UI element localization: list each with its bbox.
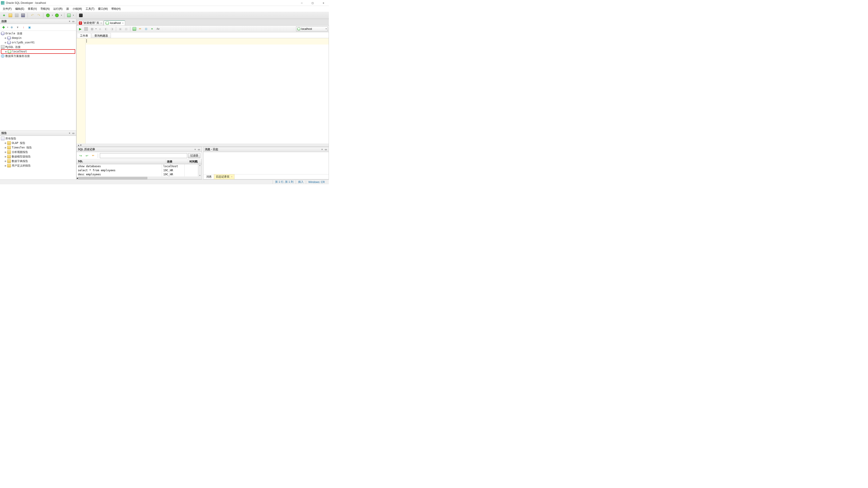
connections-tree: Oracle 连接 ⊞ deepin ⊞ orclpdb_user01: [0, 31, 76, 130]
expand-icon[interactable]: ⊞: [4, 155, 7, 158]
history-row[interactable]: desc employees 19C_HR: [76, 172, 198, 177]
expand-icon[interactable]: ⊞: [4, 37, 7, 39]
expand-icon[interactable]: ⊞: [4, 41, 7, 44]
menu-help[interactable]: 帮助(H): [110, 6, 122, 12]
refresh-button[interactable]: ⊕: [9, 25, 14, 30]
history-filter-button[interactable]: 过滤器: [188, 153, 200, 158]
dbms-output-button[interactable]: ⊡: [144, 26, 149, 32]
status-position: 第 1 行, 第 1 列: [273, 180, 296, 184]
col-connection[interactable]: 连接: [165, 159, 188, 164]
tree-cloud-connections[interactable]: 数据库方案服务连接: [1, 54, 75, 58]
history-clear-button[interactable]: ✎: [91, 153, 96, 158]
expand-icon[interactable]: ⊞: [4, 50, 7, 53]
run-statement-button[interactable]: ▶: [78, 26, 83, 32]
nav-forward-button[interactable]: [54, 13, 60, 18]
close-button[interactable]: ✕: [321, 1, 326, 5]
history-toolbar: ↪ ↩ ✎ 过滤器: [76, 152, 202, 159]
clear-button[interactable]: ✎: [137, 26, 143, 32]
autotrace-button[interactable]: ⎌: [97, 26, 103, 32]
tab-close-icon[interactable]: ×: [100, 22, 102, 24]
sql-editor[interactable]: [76, 38, 329, 144]
tab-close-icon[interactable]: ×: [122, 22, 124, 24]
menu-view[interactable]: 查看(V): [26, 6, 39, 12]
menu-source[interactable]: 源: [64, 6, 71, 12]
messages-tabs: 消息 日志记录页 ×: [204, 174, 329, 179]
expand-icon[interactable]: ⊞: [4, 146, 7, 149]
tab-welcome[interactable]: O "欢迎使用" 页 ×: [77, 20, 103, 25]
tree-oracle-connections[interactable]: Oracle 连接: [1, 31, 75, 36]
history-replace-button[interactable]: ↩: [84, 153, 90, 158]
completion-button[interactable]: Aa: [155, 26, 161, 32]
new-connection-button[interactable]: ✚: [1, 25, 6, 30]
save-all-button[interactable]: [20, 13, 26, 18]
panel-close-icon[interactable]: ×: [193, 148, 197, 151]
expand-icon[interactable]: ⊞: [4, 142, 7, 144]
tns-button[interactable]: ↕: [21, 25, 26, 30]
find-button[interactable]: [78, 13, 84, 18]
resize-handle[interactable]: ▲▼: [76, 144, 329, 147]
history-row[interactable]: select * from employees 19C_HR: [76, 168, 198, 172]
expand-icon[interactable]: ⊞: [4, 164, 7, 167]
reports-item[interactable]: ⊞ 数据字典报告: [1, 159, 75, 163]
reports-item[interactable]: ⊞ TimesTen 报告: [1, 145, 75, 150]
nav-back-dropdown[interactable]: ▾: [52, 13, 53, 18]
new-connection-dropdown[interactable]: ▾: [7, 25, 8, 30]
query-builder-tab[interactable]: 查询构建器: [91, 33, 111, 38]
menu-file[interactable]: 文件(F): [1, 6, 13, 12]
tab-localhost[interactable]: localhost ×: [104, 20, 125, 25]
folder-button[interactable]: ▣: [27, 25, 32, 30]
worksheet-tab[interactable]: 工作表: [77, 33, 91, 38]
expand-icon[interactable]: ⊞: [4, 160, 7, 162]
panel-minimize-icon[interactable]: ▭: [71, 132, 75, 135]
connection-dropdown[interactable]: localhost ▾: [296, 26, 328, 31]
explain-dropdown[interactable]: ▾: [95, 26, 97, 32]
tree-item-deepin[interactable]: ⊞ deepin: [1, 36, 75, 40]
nav-forward-dropdown[interactable]: ▾: [61, 13, 62, 18]
history-row[interactable]: show databases localhost: [76, 164, 198, 168]
history-append-button[interactable]: ↪: [78, 153, 83, 158]
tab-close-icon[interactable]: ×: [231, 176, 232, 178]
sql-recall-button[interactable]: [132, 26, 137, 32]
panel-close-icon[interactable]: ×: [320, 148, 324, 151]
expand-icon[interactable]: ⊞: [4, 151, 7, 153]
sql-worksheet-button[interactable]: [66, 13, 71, 18]
messages-header: 消息 - 日志 × ▭: [204, 147, 329, 152]
new-button[interactable]: ✦: [1, 13, 7, 18]
reports-item[interactable]: ⊞ OLAP 报告: [1, 141, 75, 145]
menu-navigate[interactable]: 导航(N): [39, 6, 52, 12]
nav-back-button[interactable]: [45, 13, 51, 18]
maximize-button[interactable]: □: [310, 1, 315, 5]
sql-worksheet-dropdown[interactable]: ▾: [72, 13, 74, 18]
tree-item-orclpdb[interactable]: ⊞ orclpdb_user01: [1, 40, 75, 45]
reports-item[interactable]: ⊞ 分析视图报告: [1, 150, 75, 154]
tree-mysql-connections[interactable]: MySQL 连接: [1, 45, 75, 49]
reports-item[interactable]: ⊞ 用户定义的报告: [1, 163, 75, 168]
col-sql[interactable]: SQL: [76, 159, 165, 164]
main-toolbar: ✦ ↶ ↷ ▾ ▾ ▾: [0, 12, 329, 19]
editor-body[interactable]: [86, 44, 329, 144]
panel-minimize-icon[interactable]: ▭: [71, 20, 75, 23]
tree-item-localhost[interactable]: ⊞ localhost: [1, 49, 75, 54]
menu-window[interactable]: 窗口(W): [96, 6, 110, 12]
tab-messages[interactable]: 消息: [205, 175, 213, 179]
reports-root[interactable]: 所有报告: [1, 136, 75, 141]
menu-edit[interactable]: 编辑(E): [13, 6, 26, 12]
panel-close-icon[interactable]: ×: [68, 132, 71, 135]
open-button[interactable]: [8, 13, 13, 18]
history-filter-input[interactable]: [100, 153, 187, 158]
tab-log[interactable]: 日志记录页 ×: [214, 174, 235, 179]
owa-output-button[interactable]: ✦: [149, 26, 155, 32]
horizontal-scrollbar[interactable]: ◂: [76, 177, 202, 179]
menu-team[interactable]: 小组(M): [71, 6, 84, 12]
col-timestamp[interactable]: 时间戳: [188, 159, 202, 164]
vertical-scrollbar[interactable]: ▴▾: [198, 164, 202, 177]
explain-plan-button[interactable]: ▤: [89, 26, 95, 32]
menu-tools[interactable]: 工具(T): [84, 6, 96, 12]
panel-close-icon[interactable]: ×: [68, 20, 71, 23]
panel-minimize-icon[interactable]: ▭: [324, 148, 327, 151]
minimize-button[interactable]: —: [299, 1, 305, 5]
filter-button[interactable]: ▼: [15, 25, 20, 30]
panel-minimize-icon[interactable]: ▭: [197, 148, 200, 151]
menu-run[interactable]: 运行(R): [52, 6, 64, 12]
reports-item[interactable]: ⊞ 数据模型器报告: [1, 154, 75, 159]
